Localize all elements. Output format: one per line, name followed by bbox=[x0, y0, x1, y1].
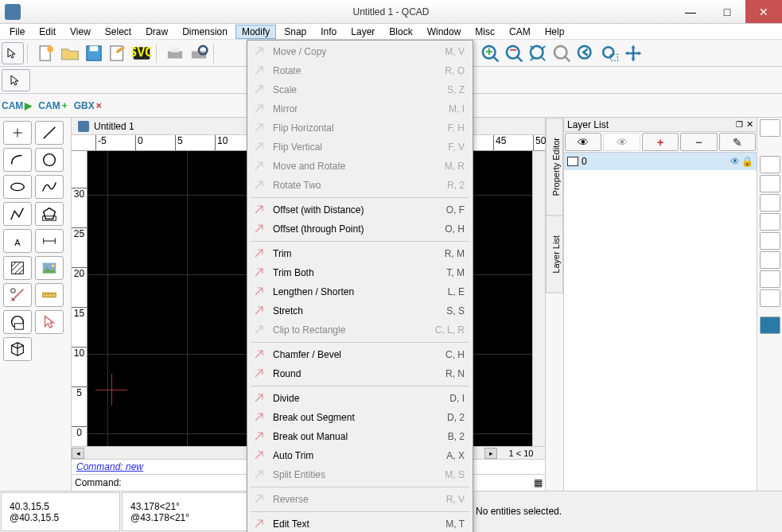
layer-list-tab[interactable]: Layer List bbox=[546, 216, 563, 293]
strip-button[interactable] bbox=[760, 316, 780, 334]
cam-button-1[interactable]: CAM▶ bbox=[2, 100, 32, 111]
menu-file[interactable]: File bbox=[3, 25, 31, 39]
circle-tool[interactable] bbox=[35, 148, 64, 172]
property-editor-tab[interactable]: Property Editor bbox=[546, 118, 563, 216]
measure-tool[interactable] bbox=[3, 283, 32, 307]
menu-item-trim-both[interactable]: Trim BothT, M bbox=[249, 263, 471, 282]
menu-item-break-out-manual[interactable]: Break out ManualB, 2 bbox=[249, 427, 471, 446]
menu-draw[interactable]: Draw bbox=[139, 25, 174, 39]
menu-item-move-copy: Move / CopyM, V bbox=[249, 42, 471, 61]
menu-modify[interactable]: Modify bbox=[235, 25, 276, 39]
menu-item-stretch[interactable]: StretchS, S bbox=[249, 301, 471, 320]
image-tool[interactable] bbox=[35, 256, 64, 280]
svg-icon[interactable]: SVG bbox=[130, 42, 153, 64]
menu-cam[interactable]: CAM bbox=[503, 25, 537, 39]
menu-block[interactable]: Block bbox=[383, 25, 418, 39]
menu-item-lengthen-shorten[interactable]: Lengthen / ShortenL, E bbox=[249, 282, 471, 301]
close-button[interactable]: ✕ bbox=[745, 0, 782, 23]
scroll-left-icon[interactable]: ◂ bbox=[72, 448, 84, 459]
pointer-tool-sub[interactable] bbox=[2, 69, 30, 91]
zoom-prev-icon[interactable] bbox=[574, 42, 597, 64]
arc-tool[interactable] bbox=[3, 148, 32, 172]
minimize-button[interactable]: — bbox=[672, 0, 709, 23]
menu-edit[interactable]: Edit bbox=[33, 25, 62, 39]
maximize-button[interactable]: □ bbox=[709, 0, 745, 23]
menu-item-auto-trim[interactable]: Auto TrimA, X bbox=[249, 446, 471, 465]
ruler-tool[interactable] bbox=[35, 283, 64, 307]
block-tool[interactable] bbox=[3, 310, 32, 334]
strip-button[interactable] bbox=[760, 175, 780, 192]
hide-all-layers-icon[interactable]: 👁 bbox=[603, 133, 640, 151]
menu-item-break-out-segment[interactable]: Break out SegmentD, 2 bbox=[249, 408, 471, 427]
point-tool[interactable] bbox=[3, 121, 32, 145]
dimension-tool[interactable] bbox=[35, 229, 64, 253]
undock-icon[interactable]: ❐ bbox=[736, 120, 743, 129]
menu-item-chamfer-bevel[interactable]: Chamfer / BevelC, H bbox=[249, 345, 471, 364]
print-preview-icon[interactable] bbox=[188, 42, 210, 64]
menu-item-flip-horizontal: Flip HorizontalF, H bbox=[249, 118, 471, 138]
menu-dimension[interactable]: Dimension bbox=[176, 25, 234, 39]
strip-button[interactable] bbox=[760, 194, 780, 212]
menu-item-edit-text[interactable]: Edit TextM, T bbox=[249, 515, 471, 532]
zoom-window-icon[interactable] bbox=[598, 42, 621, 64]
menu-item-round[interactable]: RoundR, N bbox=[249, 364, 471, 383]
spline-tool[interactable] bbox=[35, 175, 64, 199]
strip-button[interactable] bbox=[760, 289, 780, 307]
zoom-out-icon[interactable]: − bbox=[503, 42, 525, 64]
cam-button-2[interactable]: CAM+ bbox=[38, 100, 67, 111]
strip-button[interactable] bbox=[760, 213, 780, 231]
layer-visible-icon[interactable]: 👁 bbox=[730, 156, 740, 167]
strip-button[interactable] bbox=[760, 251, 780, 269]
svg-line-47 bbox=[19, 270, 24, 274]
gbx-button[interactable]: GBX× bbox=[74, 100, 102, 111]
remove-layer-icon[interactable]: − bbox=[680, 133, 717, 151]
menu-view[interactable]: View bbox=[64, 25, 97, 39]
add-layer-icon[interactable]: + bbox=[642, 133, 679, 151]
zoom-in-icon[interactable]: + bbox=[479, 42, 501, 64]
layer-row-0[interactable]: 0 👁 🔒 bbox=[564, 153, 757, 170]
menu-item-shortcut: O, F bbox=[446, 204, 465, 216]
select-tool[interactable] bbox=[35, 310, 64, 334]
command-dropdown-icon[interactable]: ▦ bbox=[531, 477, 545, 488]
line-tool[interactable] bbox=[35, 121, 64, 145]
menu-item-divide[interactable]: DivideD, I bbox=[249, 389, 471, 408]
strip-button[interactable] bbox=[760, 232, 780, 250]
ellipse-tool[interactable] bbox=[3, 175, 32, 199]
pointer-tool[interactable] bbox=[2, 42, 24, 64]
edit-icon[interactable] bbox=[107, 42, 129, 64]
scrollbar-vertical[interactable] bbox=[532, 151, 545, 446]
hatch-tool[interactable] bbox=[3, 256, 32, 280]
zoom-select-icon[interactable] bbox=[551, 42, 573, 64]
polyline-tool[interactable] bbox=[3, 202, 32, 226]
menu-info[interactable]: Info bbox=[314, 25, 343, 39]
new-file-icon[interactable] bbox=[35, 42, 57, 64]
open-file-icon[interactable] bbox=[59, 42, 81, 64]
menu-item-offset-with-distance-[interactable]: Offset (with Distance)O, F bbox=[249, 200, 471, 219]
strip-button[interactable] bbox=[760, 270, 780, 288]
strip-button[interactable] bbox=[760, 156, 780, 173]
menu-help[interactable]: Help bbox=[539, 25, 571, 39]
save-icon[interactable] bbox=[83, 42, 105, 64]
polygon-tool[interactable] bbox=[35, 202, 64, 226]
layer-lock-icon[interactable]: 🔒 bbox=[741, 156, 753, 167]
menu-item-icon bbox=[252, 266, 267, 280]
close-panel-icon[interactable]: ✕ bbox=[746, 119, 753, 130]
print-icon[interactable] bbox=[164, 42, 186, 64]
menu-item-label: Rotate Two bbox=[273, 180, 441, 191]
menu-layer[interactable]: Layer bbox=[344, 25, 381, 39]
menu-window[interactable]: Window bbox=[421, 25, 468, 39]
menu-item-shortcut: F, H bbox=[448, 122, 465, 134]
menu-select[interactable]: Select bbox=[99, 25, 138, 39]
edit-layer-icon[interactable]: ✎ bbox=[719, 133, 756, 151]
menu-item-trim[interactable]: TrimR, M bbox=[249, 244, 471, 263]
3d-tool[interactable] bbox=[3, 337, 32, 361]
show-all-layers-icon[interactable]: 👁 bbox=[565, 133, 601, 151]
pan-icon[interactable] bbox=[622, 42, 644, 64]
scroll-right-icon[interactable]: ▸ bbox=[484, 448, 497, 459]
zoom-fit-icon[interactable] bbox=[527, 42, 549, 64]
strip-button[interactable] bbox=[760, 119, 780, 137]
menu-item-offset-through-point-[interactable]: Offset (through Point)O, H bbox=[249, 219, 471, 239]
menu-misc[interactable]: Misc bbox=[469, 25, 501, 39]
text-tool[interactable]: A bbox=[3, 229, 32, 253]
menu-snap[interactable]: Snap bbox=[278, 25, 313, 39]
